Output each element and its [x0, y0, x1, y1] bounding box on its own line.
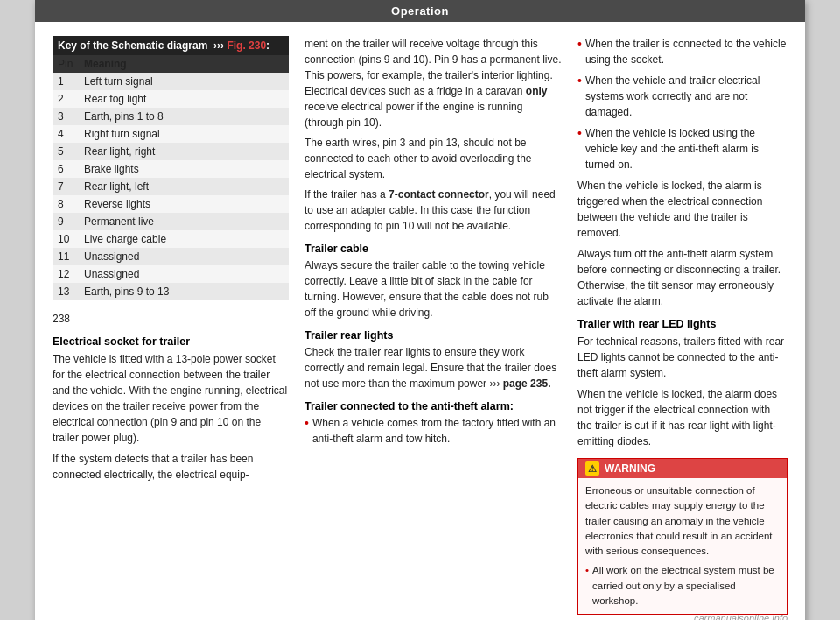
table-row: 13Earth, pins 9 to 13 — [52, 283, 289, 300]
meaning-cell: Unassigned — [79, 248, 289, 265]
earth-note: The earth wires, pin 3 and pin 13, shoul… — [304, 135, 562, 182]
pin-cell: 2 — [52, 90, 79, 108]
table-row: 12Unassigned — [52, 265, 289, 283]
left-para-0: The vehicle is fitted with a 13-pole pow… — [52, 351, 289, 446]
pin-cell: 12 — [52, 265, 79, 283]
warning-box: ⚠ WARNING Erroneous or unsuitable connec… — [578, 458, 788, 615]
watermark: carmanualsonline.info — [694, 613, 788, 620]
pin-cell: 8 — [52, 195, 79, 213]
alarm-para-1: When the vehicle is locked, the alarm is… — [578, 178, 788, 241]
meaning-cell: Earth, pins 1 to 8 — [79, 108, 289, 125]
right-column: When the trailer is connected to the veh… — [578, 36, 788, 615]
page: Operation Key of the Schematic diagram ›… — [35, 0, 805, 620]
meaning-cell: Live charge cable — [79, 230, 289, 248]
led-para-2: When the vehicle is locked, the alarm do… — [578, 386, 788, 449]
warning-body: Erroneous or unsuitable connection of el… — [578, 478, 787, 614]
middle-intro: ment on the trailer will receive voltage… — [304, 36, 562, 130]
warning-label: WARNING — [605, 462, 655, 475]
table-row: 11Unassigned — [52, 248, 289, 265]
warning-bullet-text: All work on the electrical system must b… — [592, 563, 780, 609]
right-bullet-1: When the trailer is connected to the veh… — [578, 36, 788, 67]
led-para-1: For technical reasons, trailers fitted w… — [578, 334, 788, 381]
table-row: 4Right turn signal — [52, 125, 289, 143]
pin-cell: 1 — [52, 73, 79, 90]
trailer-rear-lights-heading: Trailer rear lights — [304, 329, 562, 342]
warning-icon: ⚠ — [585, 461, 599, 476]
col-meaning-header: Meaning — [79, 55, 289, 73]
meaning-cell: Brake lights — [79, 160, 289, 178]
right-bullet-3: When the vehicle is locked using the veh… — [578, 125, 788, 173]
meaning-cell: Right turn signal — [79, 125, 289, 143]
connector-note: If the trailer has a 7-contact connector… — [304, 187, 562, 234]
left-section-title: Electrical socket for trailer — [52, 335, 289, 348]
fig-ref: Fig. 230 — [227, 39, 266, 52]
alarm-para-2: Always turn off the anti-theft alarm sys… — [578, 246, 788, 309]
left-column: Key of the Schematic diagram ››› Fig. 23… — [52, 36, 289, 615]
led-title: Trailer with rear LED lights — [578, 318, 788, 330]
table-row: 8Reverse lights — [52, 195, 289, 213]
pin-cell: 10 — [52, 230, 79, 248]
pin-cell: 4 — [52, 125, 79, 143]
pin-cell: 7 — [52, 178, 79, 195]
pin-cell: 13 — [52, 283, 79, 300]
page-number: 238 — [52, 313, 289, 325]
pin-cell: 9 — [52, 213, 79, 230]
meaning-cell: Rear fog light — [79, 90, 289, 108]
warning-bullet: All work on the electrical system must b… — [585, 563, 780, 609]
trailer-cable-heading: Trailer cable — [304, 243, 562, 255]
table-row: 7Rear light, left — [52, 178, 289, 195]
table-row: 5Rear light, right — [52, 143, 289, 160]
content-area: Key of the Schematic diagram ››› Fig. 23… — [35, 22, 805, 620]
meaning-cell: Permanent live — [79, 213, 289, 230]
trailer-rear-lights-text: Check the trailer rear lights to ensure … — [304, 344, 562, 391]
anti-theft-bullet: When a vehicle comes from the factory fi… — [304, 415, 562, 447]
table-row: 6Brake lights — [52, 160, 289, 178]
meaning-cell: Earth, pins 9 to 13 — [79, 283, 289, 300]
table-row: 3Earth, pins 1 to 8 — [52, 108, 289, 125]
meaning-cell: Unassigned — [79, 265, 289, 283]
meaning-cell: Left turn signal — [79, 73, 289, 90]
table-title-text: Key of the Schematic diagram — [58, 39, 207, 52]
meaning-cell: Rear light, right — [79, 143, 289, 160]
right-bullet-2: When the vehicle and trailer electrical … — [578, 73, 788, 120]
meaning-cell: Reverse lights — [79, 195, 289, 213]
table-row: 2Rear fog light — [52, 90, 289, 108]
pin-cell: 3 — [52, 108, 79, 125]
pin-cell: 11 — [52, 248, 79, 265]
header-bar: Operation — [35, 0, 805, 22]
table-col-header: Pin Meaning — [52, 55, 289, 73]
col-pin-header: Pin — [52, 55, 79, 73]
meaning-cell: Rear light, left — [79, 178, 289, 195]
middle-column: ment on the trailer will receive voltage… — [304, 36, 562, 615]
table-title-cell: Key of the Schematic diagram ››› Fig. 23… — [52, 36, 289, 55]
table-row: 10Live charge cable — [52, 230, 289, 248]
anti-theft-heading: Trailer connected to the anti-theft alar… — [304, 400, 562, 412]
trailer-cable-text: Always secure the trailer cable to the t… — [304, 257, 562, 321]
table-title-row: Key of the Schematic diagram ››› Fig. 23… — [52, 36, 289, 55]
pin-cell: 5 — [52, 143, 79, 160]
left-para-1: If the system detects that a trailer has… — [52, 451, 289, 483]
warning-main-text: Erroneous or unsuitable connection of el… — [585, 485, 773, 556]
schematic-table: Key of the Schematic diagram ››› Fig. 23… — [52, 36, 289, 300]
table-row: 1Left turn signal — [52, 73, 289, 90]
header-title: Operation — [391, 4, 449, 18]
warning-title-bar: ⚠ WARNING — [578, 459, 787, 478]
table-row: 9Permanent live — [52, 213, 289, 230]
pin-cell: 6 — [52, 160, 79, 178]
